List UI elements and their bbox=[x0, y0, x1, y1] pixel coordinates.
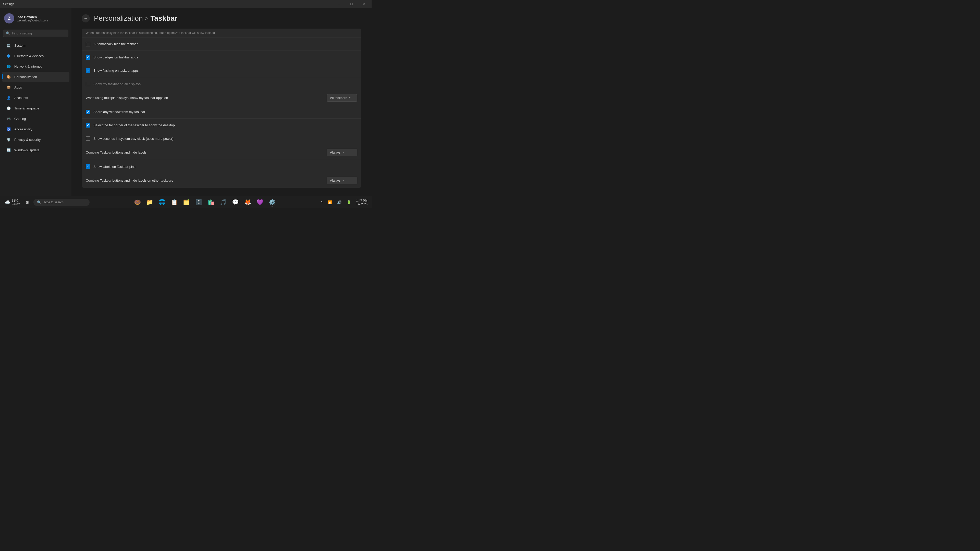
taskbar-app-edge[interactable]: 🌐 bbox=[156, 197, 167, 208]
sidebar-item-system[interactable]: 💻System bbox=[2, 40, 69, 51]
checkbox-auto-hide[interactable] bbox=[86, 42, 90, 46]
network-nav-icon: 🌐 bbox=[6, 64, 11, 69]
combine-buttons-arrow-icon: ▾ bbox=[342, 151, 344, 154]
taskbar-app-settings[interactable]: ⚙️ Settings bbox=[266, 197, 278, 208]
setting-left-auto-hide: Automatically hide the taskbar bbox=[86, 42, 357, 46]
main-content: ← Personalization > Taskbar When automat… bbox=[72, 8, 372, 196]
setting-row-show-labels-pins: Show labels on Taskbar pins bbox=[82, 160, 361, 173]
ms-store-icon: 🛍️ bbox=[207, 199, 215, 206]
apps-nav-icon: 📦 bbox=[6, 85, 11, 90]
combine-buttons-other-dropdown[interactable]: Always ▾ bbox=[327, 177, 357, 184]
setting-left-share-window: Share any window from my taskbar bbox=[86, 110, 357, 114]
taskbar-app-emoji[interactable]: 🍩 bbox=[132, 197, 143, 208]
setting-left-show-flashing: Show flashing on taskbar apps bbox=[86, 68, 357, 73]
breadcrumb: ← Personalization > Taskbar bbox=[82, 14, 361, 22]
taskbar-search-text: Type to search bbox=[43, 200, 64, 204]
tray-expand-button[interactable]: ^ bbox=[319, 199, 325, 205]
breadcrumb-parent[interactable]: Personalization bbox=[94, 14, 143, 22]
battery-status-icon: 🔋 bbox=[347, 200, 351, 204]
taskbar-app-discord[interactable]: 💜 Discord bbox=[254, 197, 266, 208]
weather-widget[interactable]: ☁️ 11°C Cloudy bbox=[2, 198, 22, 206]
checkbox-share-window[interactable] bbox=[86, 110, 90, 114]
sidebar-item-gaming[interactable]: 🎮Gaming bbox=[2, 114, 69, 124]
accounts-nav-icon: 👤 bbox=[6, 95, 11, 100]
network-nav-label: Network & internet bbox=[14, 65, 41, 68]
sound-icon: 🔊 bbox=[337, 200, 342, 204]
checkbox-show-desktop[interactable] bbox=[86, 123, 90, 127]
file-mgr-icon: 🗄️ bbox=[195, 199, 202, 206]
setting-label-show-flashing: Show flashing on taskbar apps bbox=[94, 68, 138, 73]
network-icon[interactable]: 📶 bbox=[326, 199, 334, 205]
sidebar-item-time[interactable]: 🕐Time & language bbox=[2, 103, 69, 113]
taskbar-app-firefox[interactable]: 🦊 Firefox bbox=[242, 197, 253, 208]
taskbar-app-file-mgr[interactable]: 🗄️ File Explorer bbox=[193, 197, 204, 208]
sidebar-item-bluetooth[interactable]: 🔷Bluetooth & devices bbox=[2, 51, 69, 61]
setting-row-share-window: Share any window from my taskbar bbox=[82, 105, 361, 119]
sidebar-item-update[interactable]: 🔄Windows Update bbox=[2, 145, 69, 155]
personalization-nav-label: Personalization bbox=[14, 75, 37, 79]
setting-row-show-flashing: Show flashing on taskbar apps bbox=[82, 64, 361, 77]
checkbox-show-badges[interactable] bbox=[86, 55, 90, 60]
weather-temp: 11°C bbox=[12, 199, 20, 203]
update-nav-icon: 🔄 bbox=[6, 148, 11, 152]
checkbox-show-flashing[interactable] bbox=[86, 68, 90, 73]
sidebar-item-accessibility[interactable]: ♿Accessibility bbox=[2, 124, 69, 134]
search-input[interactable] bbox=[12, 32, 65, 35]
checkbox-show-seconds[interactable] bbox=[86, 136, 90, 141]
clock[interactable]: 1:47 PM 6/2/2023 bbox=[354, 198, 369, 206]
setting-label-auto-hide: Automatically hide the taskbar bbox=[94, 42, 138, 46]
combine-buttons-other-row: Combine Taskbar buttons and hide labels … bbox=[82, 173, 361, 188]
checkbox-all-displays[interactable] bbox=[86, 82, 90, 86]
start-button[interactable]: ⊞ bbox=[22, 197, 32, 207]
get-help-link[interactable]: ❓ Get help bbox=[82, 194, 361, 196]
taskbar-app-spotify[interactable]: 🎵 Spotify bbox=[218, 197, 229, 208]
firefox-icon: 🦊 bbox=[244, 199, 251, 206]
setting-label-show-badges: Show badges on taskbar apps bbox=[94, 56, 138, 59]
taskbar-app-ms-store[interactable]: 🛍️ Microsoft Sto bbox=[205, 197, 216, 208]
title-bar: Settings ─ □ ✕ bbox=[0, 0, 372, 8]
sidebar-item-personalization[interactable]: 🎨Personalization bbox=[2, 72, 69, 82]
maximize-button[interactable]: □ bbox=[345, 0, 357, 8]
personalization-nav-icon: 🎨 bbox=[6, 74, 11, 79]
settings-group-2: Share any window from my taskbarSelect t… bbox=[82, 105, 361, 145]
privacy-nav-icon: 🛡️ bbox=[6, 137, 11, 142]
sidebar-item-privacy[interactable]: 🛡️Privacy & security bbox=[2, 135, 69, 144]
search-box[interactable]: 🔍 bbox=[3, 30, 68, 37]
close-button[interactable]: ✕ bbox=[358, 0, 369, 8]
user-profile[interactable]: Z Zac Bowden zacinsider@outlook.com bbox=[0, 10, 72, 27]
sidebar-item-network[interactable]: 🌐Network & internet bbox=[2, 61, 69, 71]
checkbox-show-labels-pins[interactable] bbox=[86, 164, 90, 169]
accounts-nav-label: Accounts bbox=[14, 96, 28, 100]
back-button[interactable]: ← bbox=[82, 14, 90, 22]
setting-label-show-labels-pins: Show labels on Taskbar pins bbox=[94, 165, 135, 168]
taskbar-app-whatsapp[interactable]: 💬 WhatsApp bbox=[230, 197, 241, 208]
combine-buttons-dropdown[interactable]: Always ▾ bbox=[327, 149, 357, 156]
combine-buttons-value: Always bbox=[330, 151, 340, 154]
apps-nav-label: Apps bbox=[14, 86, 22, 89]
bluetooth-nav-icon: 🔷 bbox=[6, 53, 11, 59]
volume-icon[interactable]: 🔊 bbox=[335, 199, 344, 205]
time-nav-icon: 🕐 bbox=[6, 106, 11, 111]
battery-icon[interactable]: 🔋 bbox=[345, 199, 353, 205]
weather-desc: Cloudy bbox=[12, 203, 20, 205]
taskbar-search[interactable]: 🔍 Type to search bbox=[33, 199, 89, 206]
multiple-displays-dropdown[interactable]: All taskbars ▾ bbox=[327, 94, 357, 102]
taskbar-app-unknown[interactable]: 📋 bbox=[169, 197, 180, 208]
sidebar-item-apps[interactable]: 📦Apps bbox=[2, 82, 69, 92]
combine-buttons-label: Combine Taskbar buttons and hide labels bbox=[86, 151, 146, 154]
taskbar-search-icon: 🔍 bbox=[37, 200, 41, 204]
search-icon: 🔍 bbox=[6, 32, 10, 35]
accessibility-nav-icon: ♿ bbox=[6, 127, 11, 132]
spotify-icon: 🎵 bbox=[220, 199, 227, 206]
system-nav-icon: 💻 bbox=[6, 43, 11, 48]
taskbar-app-file-explorer[interactable]: 📁 bbox=[144, 197, 155, 208]
taskbar-settings-card: When automatically hide the taskbar is a… bbox=[82, 29, 361, 188]
clock-time: 1:47 PM bbox=[356, 199, 368, 203]
taskbar: ☁️ 11°C Cloudy ⊞ 🔍 Type to search 🍩 📁 🌐 … bbox=[0, 196, 372, 208]
window-controls: ─ □ ✕ bbox=[333, 0, 369, 8]
wifi-icon: 📶 bbox=[328, 200, 332, 204]
sidebar-item-accounts[interactable]: 👤Accounts bbox=[2, 93, 69, 103]
minimize-button[interactable]: ─ bbox=[333, 0, 345, 8]
settings-app-icon: ⚙️ bbox=[269, 199, 275, 206]
taskbar-app-ms-edge[interactable]: 🗂️ Microsoft Edc bbox=[181, 197, 192, 208]
